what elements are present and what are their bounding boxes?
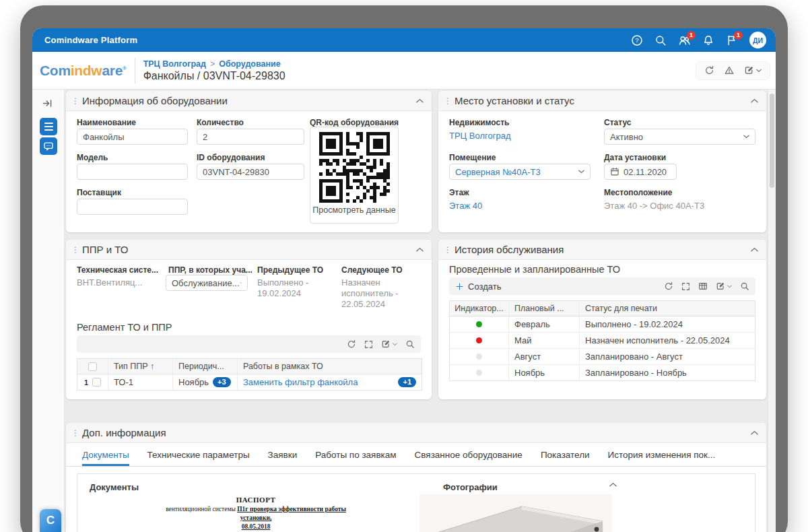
drag-handle-icon[interactable] — [71, 98, 77, 104]
table-row[interactable]: Ноябрь Запланировано - Ноябрь — [450, 365, 755, 380]
tab-indicators[interactable]: Показатели — [541, 450, 590, 466]
column-header[interactable]: Периодич... — [173, 359, 238, 374]
name-input[interactable]: Фанкойлы — [77, 129, 188, 145]
users-badge: 1 — [687, 31, 696, 40]
tech-system-value: ВНТ.Вентиляц... — [77, 277, 142, 288]
search-icon[interactable] — [654, 34, 667, 46]
flag-icon[interactable]: 1 — [726, 34, 738, 46]
search-icon[interactable] — [405, 339, 415, 349]
refresh-icon[interactable] — [704, 65, 714, 75]
documents-section-label: Документы — [90, 482, 139, 492]
panel-additional-info: Доп. информация Документы Технические па… — [66, 423, 766, 532]
collapse-icon[interactable] — [751, 98, 758, 103]
equipment-id-input[interactable]: 03VNT-04-29830 — [197, 164, 304, 180]
reglament-table: Тип ППР ↑ Периодич... Работы в рамках ТО… — [77, 358, 422, 391]
page-header: Comindware® ТРЦ Волгоград > Оборудование… — [32, 52, 776, 90]
count-badge[interactable]: +1 — [398, 377, 416, 387]
breadcrumb-link-equipment[interactable]: Оборудование — [219, 59, 280, 69]
help-icon[interactable]: ? — [631, 34, 643, 46]
edit-menu-icon[interactable] — [744, 65, 762, 75]
row-checkbox[interactable] — [92, 378, 101, 387]
select-all-checkbox[interactable] — [88, 362, 97, 371]
breadcrumb: ТРЦ Волгоград > Оборудование — [143, 59, 285, 69]
document-preview[interactable]: ПАСПОРТ вентиляционной системы П1г прове… — [98, 496, 414, 532]
ppr-type-cell: ТО-1 — [108, 374, 173, 390]
panel-title: ППР и ТО — [82, 244, 128, 255]
column-header[interactable]: Плановый ... — [509, 301, 580, 316]
refresh-icon[interactable] — [664, 281, 673, 291]
model-input[interactable] — [77, 164, 188, 180]
create-button[interactable]: Создать — [455, 281, 501, 292]
menu-button[interactable] — [40, 118, 57, 135]
panel-equipment-info: Информация об оборудовании Наименование … — [66, 91, 432, 232]
history-toolbar: Создать — [449, 277, 755, 295]
scrollbar-thumb[interactable] — [770, 94, 774, 188]
collapse-icon[interactable] — [416, 98, 424, 103]
drag-handle-icon[interactable] — [444, 98, 449, 104]
field-label: ППР, в которых уча... — [168, 265, 252, 275]
warning-icon[interactable] — [724, 65, 735, 75]
column-header[interactable]: Индикатор... — [450, 301, 509, 316]
fullscreen-icon[interactable] — [681, 282, 690, 291]
table-row[interactable]: Август Запланировано - Август — [450, 349, 755, 365]
count-badge[interactable]: +3 — [213, 377, 231, 387]
breadcrumb-link-object[interactable]: ТРЦ Волгоград — [143, 59, 206, 69]
qr-view-data-link[interactable]: Просмотреть данные — [312, 205, 395, 215]
install-date-input[interactable]: 02.11.2020 — [604, 164, 677, 180]
tab-linked-equipment[interactable]: Связанное оборудование — [415, 450, 523, 466]
table-view-icon[interactable] — [698, 281, 708, 291]
avatar[interactable]: ДИ — [749, 32, 766, 48]
photos-collapse-icon[interactable] — [609, 482, 617, 487]
tab-indicator-history[interactable]: История изменения пок... — [608, 450, 716, 466]
column-header[interactable]: Работы в рамках ТО — [238, 359, 422, 374]
comments-button[interactable] — [40, 137, 57, 155]
tab-requests[interactable]: Заявки — [268, 450, 298, 466]
expand-sidebar-icon[interactable] — [42, 98, 53, 109]
equipment-photo[interactable] — [419, 494, 612, 532]
reglament-title: Регламент ТО и ППР — [77, 322, 172, 333]
fullscreen-icon[interactable] — [364, 340, 373, 349]
drag-handle-icon[interactable] — [71, 430, 77, 436]
floor-link[interactable]: Этаж 40 — [449, 201, 482, 211]
panel-location-status: Место установки и статус Недвижимость ТР… — [438, 91, 766, 232]
search-icon[interactable] — [740, 281, 749, 291]
quantity-input[interactable]: 2 — [197, 129, 304, 145]
collapse-icon[interactable] — [751, 430, 758, 435]
chevron-down-icon — [578, 170, 584, 174]
property-link[interactable]: ТРЦ Волгоград — [449, 131, 511, 141]
page-toolbar — [696, 61, 770, 80]
edit-menu-icon[interactable] — [716, 281, 732, 291]
field-label: Наименование — [77, 118, 136, 127]
table-row[interactable]: Май Назначен исполнитель - 22.05.2024 — [450, 333, 755, 349]
tab-tech-params[interactable]: Технические параметры — [147, 450, 250, 466]
edit-menu-icon[interactable] — [381, 339, 397, 349]
status-indicator-dot — [476, 321, 482, 327]
collapse-icon[interactable] — [416, 247, 424, 252]
plus-icon — [455, 282, 464, 291]
collapse-icon[interactable] — [751, 247, 758, 252]
supplier-input[interactable] — [77, 199, 188, 215]
room-select[interactable]: Серверная №40А-Т3 — [449, 164, 591, 180]
refresh-icon[interactable] — [347, 339, 356, 349]
drag-handle-icon[interactable] — [444, 246, 449, 253]
content-area: C Информация об оборудовании Наименовани… — [32, 90, 776, 532]
calendar-icon — [610, 167, 619, 176]
qr-code-box: Просмотреть данные — [310, 127, 399, 224]
notifications-bell-icon[interactable] — [702, 34, 714, 46]
svg-text:?: ? — [635, 36, 638, 44]
drag-handle-icon[interactable] — [71, 246, 77, 253]
work-link[interactable]: Заменить фильтр фанкойла — [243, 377, 358, 387]
tab-request-works[interactable]: Работы по заявкам — [315, 450, 396, 466]
chat-widget-button[interactable]: C — [40, 509, 61, 532]
scrollbar[interactable] — [768, 90, 776, 532]
users-icon[interactable]: 1 — [678, 34, 691, 46]
ppr-select[interactable]: Обслуживание... — [166, 275, 248, 291]
column-header[interactable]: Статус для печати — [580, 301, 755, 316]
column-header[interactable]: Тип ППР ↑ — [108, 359, 173, 374]
table-row[interactable]: Февраль Выполнено - 19.02.2024 — [450, 317, 755, 333]
prev-to-value: Выполнено -19.02.2024 — [257, 277, 331, 299]
table-row[interactable]: 1 ТО-1 Ноябрь+3 Заменить фильтр фанкойла… — [77, 374, 422, 390]
panel-title: Информация об оборудовании — [82, 95, 228, 106]
status-select[interactable]: Активно — [604, 129, 755, 145]
tab-documents[interactable]: Документы — [82, 450, 129, 466]
